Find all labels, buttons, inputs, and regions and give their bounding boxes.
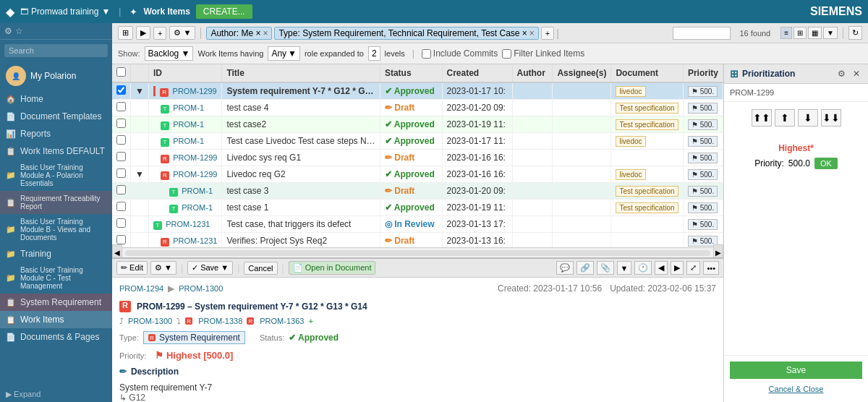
child-link-2[interactable]: PROM-1363 [260, 317, 304, 325]
link-btn[interactable]: 🔗 [576, 261, 594, 275]
col-header-document[interactable]: Document [611, 64, 684, 82]
sidebar-expand-btn[interactable]: ▶ Expand [0, 387, 112, 402]
parent-link[interactable]: PROM-1300 [128, 317, 172, 325]
item-id-link[interactable]: PROM-1 [173, 103, 204, 112]
card-view-btn[interactable]: ▦ [808, 27, 822, 39]
doc-badge[interactable]: livedoc [616, 169, 645, 180]
item-id-link[interactable]: PROM-1 [173, 137, 204, 145]
expand-icon[interactable]: ▼ [135, 86, 144, 96]
doc-badge[interactable]: livedoc [616, 136, 645, 147]
breadcrumb-link-1[interactable]: PROM-1294 [119, 284, 163, 293]
table-row[interactable]: T PROM-1 test case2 ✔ Approved 2023-01-1… [112, 116, 723, 133]
star-icon[interactable]: ☆ [15, 26, 23, 36]
doc-badge[interactable]: Test specification [616, 202, 678, 213]
col-header-author[interactable]: Author [512, 64, 553, 82]
sidebar-item-reports[interactable]: 📊 Reports [0, 125, 112, 142]
col-header-title[interactable]: Title [222, 64, 380, 82]
grid-icon-btn[interactable]: ⊞ [118, 26, 133, 40]
sidebar-item-training-b[interactable]: 📁 Basic User Training Module B - Views a… [0, 214, 112, 245]
item-id-link[interactable]: PROM-1299 [173, 170, 217, 179]
settings-icon[interactable]: ⚙ [4, 26, 12, 36]
breadcrumb-link-2[interactable]: PROM-1300 [179, 284, 223, 293]
h-scrollbar[interactable]: ◀ ▶ [112, 247, 723, 257]
table-row[interactable]: T PROM-1 Test case Livedoc Test case ste… [112, 133, 723, 150]
item-id-link[interactable]: PROM-1 [182, 203, 213, 212]
row-checkbox[interactable] [116, 185, 126, 194]
filter-linked-checkbox[interactable]: Filter Linked Items [502, 48, 584, 59]
include-commits-checkbox[interactable]: Include Commits [422, 48, 498, 59]
item-id-link[interactable]: PROM-1 [173, 120, 204, 129]
doc-badge[interactable]: Test specification [616, 119, 678, 130]
table-row[interactable]: T PROM-1 test case 1 ✔ Approved 2023-01-… [112, 200, 723, 216]
row-expand-cell[interactable]: ▼ [131, 166, 149, 183]
item-id-link[interactable]: PROM-1299 [173, 87, 217, 95]
sidebar-item-docs-pages[interactable]: 📄 Documents & Pages [0, 328, 112, 346]
refresh-btn[interactable]: ↻ [848, 26, 862, 40]
sidebar-item-work-items-default[interactable]: 📋 Work Items DEFAULT [0, 142, 112, 160]
filter-type-remove[interactable]: × [529, 28, 535, 38]
col-header-checkbox[interactable] [112, 64, 131, 82]
child-link-1[interactable]: PROM-1338 [198, 317, 242, 325]
row-checkbox[interactable] [116, 102, 126, 111]
add-filter-btn[interactable]: + [541, 27, 554, 40]
sidebar-item-home[interactable]: 🏠 Home [0, 90, 112, 108]
quick-search-input[interactable] [673, 27, 731, 40]
row-checkbox[interactable] [116, 135, 126, 145]
row-expand-cell[interactable] [131, 183, 149, 200]
right-panel-settings-btn[interactable]: ⚙ [835, 68, 848, 80]
priority-ok-btn[interactable]: OK [814, 158, 838, 169]
row-expand-cell[interactable] [131, 150, 149, 166]
doc-badge[interactable]: Test specification [616, 103, 678, 114]
sidebar-item-training-a[interactable]: 📁 Basic User Training Module A - Polario… [0, 160, 112, 191]
row-expand-cell[interactable] [131, 116, 149, 133]
sidebar-item-req-trace[interactable]: 📋 Requirement Traceability Report [0, 191, 112, 214]
table-row[interactable]: R PROM-1299 Livedoc sys req G1 ✏ Draft 2… [112, 150, 723, 166]
row-expand-cell[interactable] [131, 100, 149, 116]
item-id-link[interactable]: PROM-1 [182, 187, 213, 195]
top-priority-btn[interactable]: ⬆⬆ [752, 109, 772, 127]
more-view-btn[interactable]: ▼ [823, 27, 838, 39]
row-checkbox[interactable] [116, 85, 126, 95]
sidebar-item-training-c[interactable]: 📁 Basic User Training Module C - Test Ma… [0, 262, 112, 294]
filter-author-remove[interactable]: × [263, 28, 268, 38]
more-btn[interactable]: ••• [703, 261, 719, 275]
sidebar-item-system-req[interactable]: 📋 System Requirement [0, 294, 112, 311]
edit-btn[interactable]: ✏ Edit [116, 261, 148, 275]
col-header-id[interactable]: ID [148, 64, 221, 82]
sidebar-item-training[interactable]: 📁 Training [0, 245, 112, 262]
row-expand-cell[interactable] [131, 133, 149, 150]
down-priority-btn[interactable]: ⬇ [798, 109, 818, 127]
row-expand-cell[interactable]: ▼ [131, 82, 149, 100]
col-header-status[interactable]: Status [380, 64, 442, 82]
levels-dropdown[interactable]: 2 [368, 46, 380, 61]
right-panel-close-btn[interactable]: ✕ [851, 68, 862, 80]
clock-btn[interactable]: 🕐 [634, 261, 652, 275]
item-id-link[interactable]: PROM-1231 [166, 220, 210, 228]
comment-btn[interactable]: 💬 [556, 261, 574, 275]
project-label[interactable]: 🗔 Promwad training ▼ [20, 7, 110, 17]
row-checkbox[interactable] [116, 235, 126, 244]
attachment-btn[interactable]: 📎 [597, 261, 614, 275]
open-doc-btn[interactable]: 📄 Open in Document [289, 261, 376, 275]
sidebar-item-work-items[interactable]: 📋 Work Items [0, 311, 112, 328]
filter-type-tag[interactable]: Type: System Requirement, Technical Requ… [274, 27, 538, 40]
col-header-created[interactable]: Created [442, 64, 512, 82]
up-priority-btn[interactable]: ⬆ [775, 109, 795, 127]
any-dropdown[interactable]: Any ▼ [268, 46, 300, 61]
filter-btn[interactable]: ▼ [617, 261, 632, 275]
filter-linked-input[interactable] [502, 49, 511, 59]
table-view-btn[interactable]: ⊞ [793, 27, 807, 39]
select-all-checkbox[interactable] [116, 67, 126, 77]
row-expand-cell[interactable] [131, 200, 149, 216]
item-id-link[interactable]: PROM-1299 [173, 153, 217, 162]
row-checkbox[interactable] [116, 119, 126, 128]
row-checkbox[interactable] [116, 202, 126, 211]
doc-badge[interactable]: Test specification [616, 186, 678, 197]
col-header-assignee[interactable]: Assignee(s) [553, 64, 611, 82]
row-expand-cell[interactable] [131, 233, 149, 248]
panel-cancel-btn[interactable]: Cancel & Close [730, 382, 862, 396]
doc-badge[interactable]: livedoc [616, 86, 645, 97]
play-btn[interactable]: ▶ [136, 26, 150, 40]
item-id-link[interactable]: PROM-1231 [173, 236, 217, 245]
project-dropdown-icon[interactable]: ▼ [101, 7, 110, 17]
